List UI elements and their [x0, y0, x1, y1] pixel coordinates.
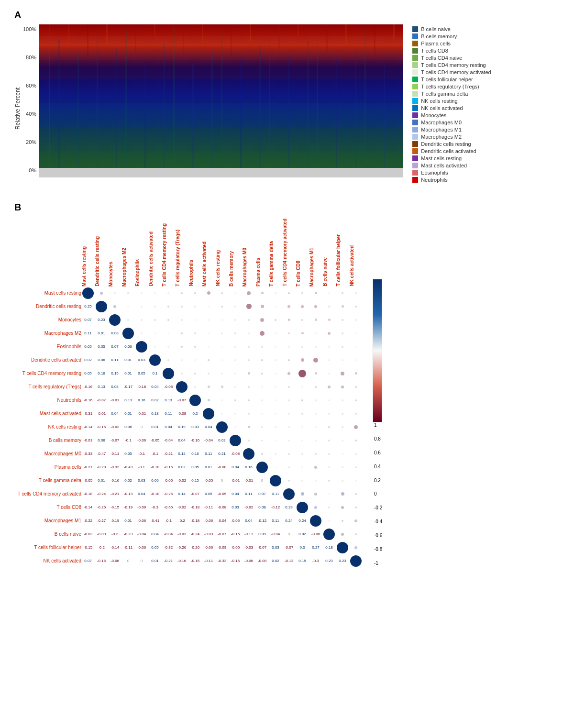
- legend-color-box: [412, 98, 418, 104]
- correlation-cell: -0.16: [188, 434, 202, 447]
- correlation-cell: [322, 313, 336, 327]
- correlation-cell: -0.1: [135, 461, 148, 474]
- correlation-cell: [336, 434, 349, 447]
- correlation-cell: -0.18: [188, 514, 202, 528]
- correlation-cell: 0.02: [296, 528, 309, 541]
- correlation-cell: [121, 313, 135, 327]
- correlation-cell: 0.11: [81, 327, 95, 340]
- correlation-cell: [309, 313, 322, 327]
- correlation-cell: 0.03: [135, 474, 148, 487]
- correlation-cell: -0.04: [135, 528, 148, 541]
- legend-item-label: T cells CD4 naive: [421, 55, 462, 61]
- row-label: Macrophages M2: [14, 327, 81, 340]
- correlation-cell: [296, 434, 309, 447]
- correlation-cell: [282, 461, 296, 474]
- correlation-cell: [175, 287, 188, 300]
- corr-value: 0: [141, 559, 143, 563]
- correlation-cell: [282, 447, 296, 461]
- correlation-cell: [349, 353, 363, 367]
- correlation-cell: -0.32: [162, 541, 175, 554]
- corr-circle: [275, 413, 276, 415]
- legend-color-box: [412, 91, 418, 97]
- corr-circle: [342, 346, 343, 348]
- corr-value: -0.14: [110, 545, 119, 550]
- corr-value: -0.06: [137, 518, 146, 523]
- corr-value: 0.01: [124, 358, 132, 362]
- corr-circle: [328, 346, 330, 348]
- correlation-cell: [215, 327, 229, 340]
- correlation-cell: [121, 287, 135, 300]
- correlation-cell: -0.05: [215, 487, 229, 501]
- corr-circle: [288, 440, 290, 441]
- corr-value: 0.03: [138, 358, 145, 362]
- corr-value: -0.04: [137, 532, 146, 536]
- correlation-cell: [309, 287, 322, 300]
- col-header: Plasma cells: [255, 217, 269, 287]
- correlation-cell: [269, 407, 282, 420]
- corr-circle: [154, 306, 156, 308]
- correlation-cell: 0.04: [108, 407, 121, 420]
- correlation-cell: -0.18: [148, 461, 162, 474]
- correlation-cell: -0.07: [282, 541, 296, 554]
- corr-circle: [261, 386, 263, 388]
- corr-value: 0.13: [98, 385, 105, 389]
- legend-color-box: [412, 33, 418, 39]
- correlation-cell: [242, 353, 255, 367]
- row-label: T cells regulatory (Tregs): [14, 380, 81, 394]
- correlation-cell: 0.11: [162, 407, 175, 420]
- corr-circle: [113, 305, 116, 308]
- corr-circle: [341, 506, 344, 509]
- correlation-cell: [336, 514, 349, 528]
- row-label: Eosinophils: [14, 340, 81, 353]
- svg-rect-66: [374, 24, 375, 60]
- corr-circle: [342, 399, 343, 401]
- corr-value: -0.1: [165, 518, 172, 523]
- correlation-cell: [202, 300, 215, 313]
- correlation-cell: [202, 340, 215, 353]
- correlation-cell: [322, 514, 336, 528]
- correlation-cell: 0.13: [162, 394, 175, 407]
- correlation-cell: [296, 300, 309, 313]
- correlation-cell: -0.06: [135, 514, 148, 528]
- corr-circle: [127, 292, 129, 294]
- correlation-cell: -0.01: [81, 434, 95, 447]
- correlation-cell: [215, 300, 229, 313]
- corr-circle: [355, 466, 357, 468]
- col-header: T cells gamma delta: [269, 217, 282, 287]
- correlation-cell: [309, 367, 322, 380]
- corr-circle: [136, 341, 147, 353]
- corr-circle: [194, 359, 196, 361]
- svg-rect-40: [125, 29, 127, 168]
- correlation-cell: -0.22: [81, 514, 95, 528]
- table-row: B cells memory-0.010.06-0.07-0.1-0.06-0.…: [14, 434, 363, 447]
- correlation-cell: [296, 461, 309, 474]
- corr-circle: [288, 292, 290, 294]
- svg-rect-42: [144, 58, 146, 168]
- correlation-cell: [81, 287, 95, 300]
- corr-value: 0.24: [298, 518, 306, 523]
- correlation-cell: -0.11: [121, 541, 135, 554]
- corr-value: 0.08: [258, 505, 266, 509]
- correlation-cell: [322, 528, 336, 541]
- correlation-cell: -0.15: [188, 554, 202, 568]
- row-label: NK cells activated: [14, 554, 81, 568]
- correlation-cell: -0.03: [202, 528, 215, 541]
- svg-rect-47: [192, 63, 194, 168]
- correlation-cell: [282, 300, 296, 313]
- corr-circle: [355, 319, 357, 321]
- corr-circle: [114, 292, 116, 294]
- correlation-cell: -0.03: [175, 528, 188, 541]
- legend-item-label: Macrophages M0: [421, 120, 462, 125]
- corr-circle: [328, 386, 331, 388]
- correlation-cell: -0.18: [188, 501, 202, 514]
- correlation-cell: [108, 287, 121, 300]
- corr-circle: [301, 440, 303, 441]
- corr-value: 0: [127, 559, 129, 563]
- corr-value: -0.24: [191, 532, 199, 536]
- correlation-cell: [202, 287, 215, 300]
- correlation-table-container: Mast cells restingDendritic cells restin…: [14, 217, 363, 568]
- correlation-cell: [349, 380, 363, 394]
- corr-value: -0.09: [218, 545, 226, 550]
- corr-circle: [181, 332, 183, 334]
- correlation-cell: [309, 434, 322, 447]
